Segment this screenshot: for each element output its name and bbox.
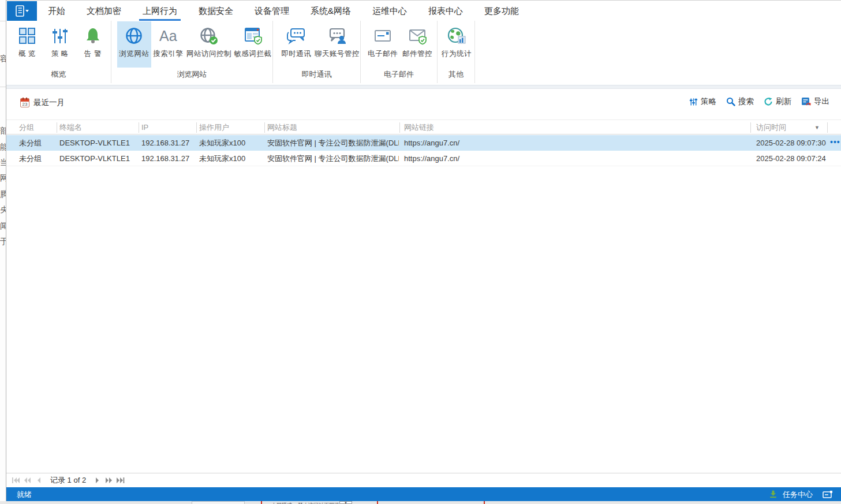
ribbon-item-instant-message[interactable]: 即时通讯 (279, 21, 314, 68)
ribbon-content-divider (6, 85, 841, 89)
column-header-group[interactable]: 分组 (19, 120, 56, 135)
tab-home[interactable]: 开始 (47, 1, 66, 21)
cell-group: 未分组 (19, 151, 56, 166)
ribbon-item-search-engine[interactable]: Aa 搜索引擎 (151, 21, 185, 68)
search-button[interactable]: 搜索 (726, 96, 754, 107)
bg-char: 腾 (0, 189, 6, 200)
bg-fragment-text: 禁止访问以下网络 (298, 502, 339, 504)
calendar-icon: 23 (20, 98, 29, 107)
ribbon-item-browse-website[interactable]: 浏览网站 (117, 21, 151, 68)
ribbon-item-email[interactable]: 电子邮件 (365, 21, 400, 68)
table-header: 分组 终端名 IP 操作用户 网站标题 网站链接 访问时间 ▼ (6, 120, 841, 135)
cell-title: 安固软件官网 | 专注公司数据防泄漏(DLP)... (267, 135, 399, 151)
pagination-bar: 记录 1 of 2 (6, 473, 841, 487)
cell-group: 未分组 (19, 135, 56, 151)
table-row[interactable]: 未分组 DESKTOP-VLKTLE1 192.168.31.27 未知玩家x1… (6, 151, 841, 166)
aa-search-engine-icon: Aa (158, 25, 178, 46)
column-header-url[interactable]: 网站链接 (404, 120, 745, 135)
ribbon-item-sensitive-word-block[interactable]: 敏感词拦截 (233, 21, 272, 68)
ribbon-item-label: 策 略 (51, 49, 69, 59)
tab-system-network[interactable]: 系统&网络 (309, 1, 352, 21)
ribbon-group-overview: 概 览 策 略 (6, 21, 111, 83)
screen: 容 部 能 当 网 腾 央 闻 于 开始 文档加密 上网行为 (0, 0, 841, 504)
grid-overview-icon (17, 25, 38, 46)
row-actions-ellipsis[interactable]: ••• (830, 135, 840, 151)
envelope-icon (372, 25, 393, 46)
globe-chart-icon (446, 25, 467, 46)
ribbon-item-mail-control[interactable]: 邮件管控 (400, 21, 435, 68)
refresh-button[interactable]: 刷新 (764, 96, 791, 107)
bg-fragment-text: 上网模式 (271, 502, 292, 504)
globe-check-icon (199, 25, 219, 46)
fast-prev-button[interactable] (21, 476, 33, 485)
cell-user: 未知玩家x100 (199, 151, 263, 166)
export-button-label: 导出 (814, 96, 829, 107)
task-center-button[interactable]: 任务中心 (783, 490, 813, 500)
ribbon-item-label: 告 警 (84, 49, 102, 59)
download-icon (769, 490, 778, 499)
bg-fragment-dropdown: ▼ (339, 501, 352, 504)
column-header-user[interactable]: 操作用户 (199, 120, 260, 135)
tab-ops-center[interactable]: 运维中心 (371, 1, 408, 21)
app-window: 开始 文档加密 上网行为 数据安全 设备管理 系统&网络 运维中心 报表中心 更… (6, 0, 841, 501)
tab-device-management[interactable]: 设备管理 (253, 1, 290, 21)
last-page-button[interactable] (115, 476, 126, 485)
message-icon[interactable] (823, 491, 833, 498)
export-button[interactable]: 导出 (801, 96, 829, 107)
policy-button[interactable]: 策略 (689, 96, 716, 107)
ribbon-item-label: 网站访问控制 (186, 49, 231, 59)
ribbon-item-alert[interactable]: 告 警 (77, 21, 109, 68)
cell-title: 安固软件官网 | 专注公司数据防泄漏(DLP)... (267, 151, 399, 166)
chat-bubbles-icon (286, 25, 307, 46)
cell-time: 2025-02-28 09:07:24 (756, 151, 828, 166)
ribbon-item-label: 搜索引擎 (153, 49, 183, 59)
refresh-button-label: 刷新 (776, 96, 791, 107)
status-bar-right: 任务中心 (769, 490, 833, 500)
window-shield-icon (242, 25, 263, 46)
search-icon (726, 97, 735, 106)
first-page-button[interactable] (10, 476, 21, 485)
cell-user: 未知玩家x100 (199, 135, 263, 151)
globe-browse-icon (124, 25, 144, 46)
fast-next-button[interactable] (103, 476, 115, 485)
ribbon-item-policy[interactable]: 策 略 (43, 21, 77, 68)
tab-internet-behavior[interactable]: 上网行为 (141, 1, 178, 21)
table-row[interactable]: 未分组 DESKTOP-VLKTLE1 192.168.31.27 未知玩家x1… (6, 135, 841, 151)
ribbon-item-label: 电子邮件 (368, 49, 398, 59)
tab-data-security[interactable]: 数据安全 (197, 1, 234, 21)
column-header-title[interactable]: 网站标题 (267, 120, 397, 135)
time-filter-arrow-icon[interactable]: ▼ (814, 120, 820, 135)
ribbon-group-email: 电子邮件 邮件管控 电子邮件 (361, 21, 438, 83)
ribbon-item-overview[interactable]: 概 览 (11, 21, 43, 68)
column-header-ip[interactable]: IP (141, 120, 192, 135)
next-page-button[interactable] (92, 476, 103, 485)
cell-terminal: DESKTOP-VLKTLE1 (59, 151, 137, 166)
bg-char: 于 (0, 237, 6, 247)
column-header-terminal[interactable]: 终端名 (59, 120, 134, 135)
tab-doc-encryption[interactable]: 文档加密 (85, 1, 122, 21)
prev-page-button[interactable] (33, 476, 44, 485)
ribbon-item-behavior-stats[interactable]: 行为统计 (440, 21, 473, 68)
tab-more-features[interactable]: 更多功能 (483, 1, 520, 21)
export-icon (801, 97, 811, 106)
ribbon-group-browse: 浏览网站 Aa 搜索引擎 (111, 21, 273, 83)
tab-report-center[interactable]: 报表中心 (427, 1, 464, 21)
bg-char: 容 (0, 54, 6, 64)
policy-button-label: 策略 (701, 96, 716, 107)
ribbon: 概 览 策 略 (6, 21, 841, 85)
action-bar: 策略 搜索 (689, 96, 829, 107)
sliders-policy-icon (50, 25, 70, 46)
bell-alert-icon (83, 25, 103, 46)
column-header-time[interactable]: 访问时间 (756, 120, 811, 135)
app-menu-icon (13, 5, 31, 17)
date-range-filter[interactable]: 23 最近一月 (20, 98, 65, 108)
cell-url: https://angu7.cn/ (404, 135, 577, 151)
app-menu-button[interactable] (7, 1, 37, 21)
status-ready-label: 就绪 (17, 490, 32, 500)
refresh-icon (764, 97, 773, 106)
chat-user-icon (327, 25, 347, 46)
ribbon-item-chat-account-control[interactable]: 聊天账号管控 (314, 21, 360, 68)
bg-char: 部 (0, 126, 6, 136)
ribbon-group-label: 概览 (6, 69, 111, 80)
ribbon-item-website-access-control[interactable]: 网站访问控制 (185, 21, 233, 68)
